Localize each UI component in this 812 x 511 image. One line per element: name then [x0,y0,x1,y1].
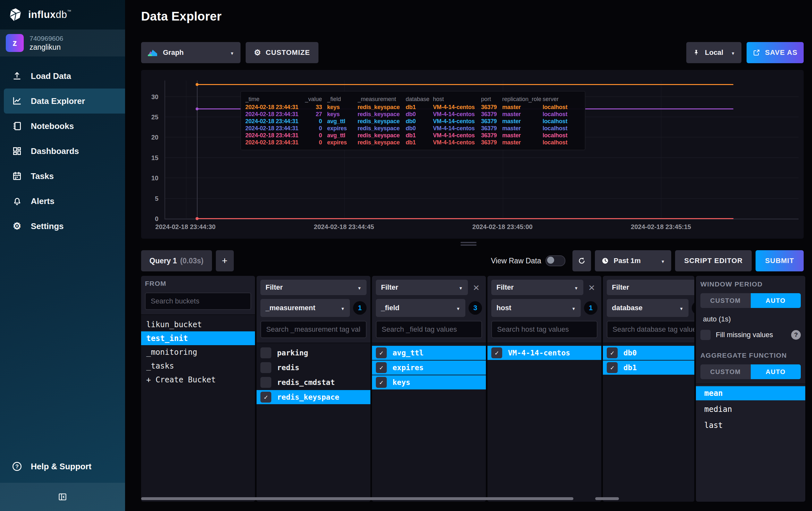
page-title: Data Explorer [141,10,812,23]
sidebar-item-alerts[interactable]: Alerts [0,189,125,214]
tag-value-item[interactable]: parking [257,346,370,360]
filter-type-dropdown[interactable]: Filter [376,280,468,295]
auto-option[interactable]: AUTO [751,364,801,379]
checkbox[interactable] [607,347,618,358]
clock-icon [601,257,609,265]
bucket-list-item[interactable]: likun_bucket [141,318,255,331]
sidebar-footer [0,483,125,511]
gear-icon: ⚙ [11,221,23,232]
tag-value-item[interactable]: redis_keyspace [257,390,370,404]
checkbox[interactable] [607,362,618,373]
save-as-button[interactable]: SAVE AS [747,42,804,63]
sidebar-item-load-data[interactable]: Load Data [0,63,125,88]
fill-missing-values-checkbox[interactable] [700,330,710,340]
user-widget[interactable]: z 740969606 zanglikun [0,29,125,56]
checkbox[interactable] [376,347,387,358]
selected-count-badge: 3 [468,301,482,315]
gear-icon: ⚙ [254,49,261,56]
tag-value-item[interactable]: redis [257,361,370,375]
tag-value-item[interactable]: keys [372,375,486,390]
sidebar-item-tasks[interactable]: Tasks [0,164,125,189]
search-buckets-input[interactable] [145,292,251,310]
auto-option[interactable]: AUTO [751,293,801,308]
checkbox[interactable] [260,377,271,388]
gridline-horizontal [165,198,799,199]
x-axis-tick-label: 2024-02-18 23:44:30 [155,223,215,231]
bucket-list: likun_bucket test_init _monitoring _task… [141,314,255,502]
tag-key-dropdown[interactable]: host [491,299,581,317]
brand-name: influxdb™ [28,9,71,21]
sidebar: influxdb™ z 740969606 zanglikun Load Dat… [0,0,125,511]
view-raw-data-toggle[interactable] [546,255,566,266]
aggregate-mode-toggle: CUSTOM AUTO [700,364,801,379]
sidebar-item-notebooks[interactable]: Notebooks [0,114,125,139]
help-icon[interactable]: ? [791,330,801,340]
add-query-button[interactable]: + [216,250,234,272]
checkbox[interactable] [491,347,502,358]
collapse-sidebar-icon[interactable] [58,492,67,501]
bucket-list-item[interactable]: test_init [141,331,255,345]
refresh-button[interactable] [573,250,591,272]
gridline-horizontal [165,158,799,158]
sidebar-item-help-support[interactable]: ? Help & Support [0,455,125,478]
brand-header[interactable]: influxdb™ [0,0,125,29]
sidebar-item-data-explorer[interactable]: Data Explorer [4,88,125,114]
close-filter-icon[interactable] [586,282,598,293]
view-type-dropdown[interactable]: Graph [141,42,240,63]
y-axis-tick-label: 5 [155,195,158,202]
checkbox[interactable] [260,362,271,373]
customize-button[interactable]: ⚙ CUSTOMIZE [245,42,318,63]
bucket-list-item[interactable]: + Create Bucket [141,373,255,387]
aggregate-function-item[interactable]: last [696,418,805,432]
tag-value-item[interactable]: expires [372,361,486,375]
bucket-list-item[interactable]: _monitoring [141,345,255,359]
scope-dropdown[interactable]: Local [686,42,742,63]
tag-key-dropdown[interactable]: _measurement [260,299,350,317]
tag-value-item[interactable]: db0 [603,346,694,360]
query-tab[interactable]: Query 1 (0.03s) [141,250,212,272]
search-database-input[interactable] [607,321,694,338]
tag-key-dropdown[interactable]: database [607,299,689,317]
chevron-down-icon [459,283,463,291]
search-host-input[interactable] [491,321,598,338]
x-axis-tick-label: 2024-02-18 23:45:15 [631,223,691,231]
filter-type-dropdown[interactable]: Filter [491,280,583,295]
checkbox[interactable] [376,377,387,388]
refresh-icon [578,257,586,265]
checkbox[interactable] [376,362,387,373]
submit-button[interactable]: SUBMIT [756,250,804,272]
horizontal-scrollbar[interactable] [141,497,573,500]
tag-value-item[interactable]: avg_ttl [372,346,486,360]
time-range-dropdown[interactable]: Past 1m [595,250,671,272]
tag-value-item[interactable]: db1 [603,361,694,375]
bucket-list-item[interactable]: _tasks [141,359,255,373]
series-point [196,108,199,110]
pin-icon [693,49,700,56]
checkbox[interactable] [260,392,271,403]
aggregate-function-item[interactable]: mean [696,386,805,400]
search-measurement-input[interactable] [260,321,367,338]
sidebar-item-dashboards[interactable]: Dashboards [0,139,125,164]
sidebar-nav: Load Data Data Explorer Notebooks Dashbo… [0,63,125,239]
horizontal-scrollbar-segment[interactable] [595,497,619,500]
graph-view-icon [147,49,158,57]
search-field-input[interactable] [376,321,482,338]
filter-type-dropdown[interactable]: Filter [607,280,694,295]
resize-handle[interactable] [461,242,476,246]
aggregate-function-item[interactable]: median [696,402,805,416]
custom-option[interactable]: CUSTOM [700,293,751,308]
tag-value-item[interactable]: redis_cmdstat [257,375,370,390]
chevron-down-icon [456,304,460,312]
checkbox[interactable] [260,347,271,358]
sidebar-item-settings[interactable]: ⚙ Settings [0,214,125,239]
close-filter-icon[interactable] [470,282,482,293]
toggle-knob [547,257,554,264]
custom-option[interactable]: CUSTOM [700,364,751,379]
filter-type-dropdown[interactable]: Filter [260,280,367,295]
tag-key-dropdown[interactable]: _field [376,299,465,317]
script-editor-button[interactable]: SCRIPT EDITOR [675,250,752,272]
avatar: z [6,34,24,52]
org-id: 740969606 [29,34,63,42]
tooltip-header: _time _value _field _measurement databas… [245,95,580,104]
tag-value-item[interactable]: VM-4-14-centos [488,346,601,360]
